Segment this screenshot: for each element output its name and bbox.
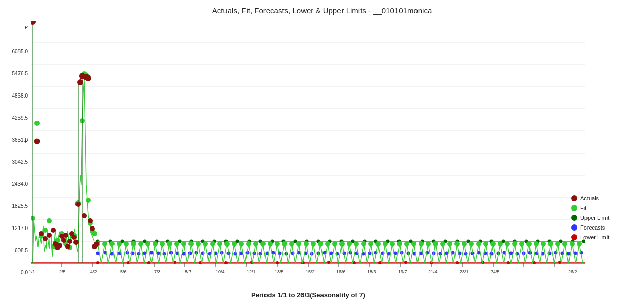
svg-point-42 — [150, 251, 154, 255]
x-label-5: 7/3 — [154, 269, 161, 274]
svg-point-206 — [332, 241, 337, 247]
y-label-2434: 2434.0 — [12, 181, 28, 187]
svg-point-214 — [390, 241, 395, 247]
x-label-15: 23/1 — [460, 269, 469, 274]
x-label-2: 2/5 — [59, 269, 66, 274]
svg-point-172 — [92, 231, 97, 236]
svg-point-205 — [325, 241, 330, 247]
svg-point-190 — [217, 241, 222, 247]
fit-label: Fit — [580, 205, 586, 211]
forecasts-label: Forecasts — [580, 224, 605, 231]
svg-point-232 — [519, 241, 524, 247]
svg-point-178 — [131, 241, 136, 247]
svg-point-248 — [47, 233, 52, 238]
svg-point-236 — [548, 241, 553, 247]
svg-point-175 — [109, 241, 115, 247]
x-label-17: 26/2 — [568, 269, 577, 274]
x-label-7: 10/4 — [216, 269, 225, 274]
svg-point-252 — [57, 243, 62, 248]
svg-point-180 — [145, 241, 150, 247]
svg-point-254 — [61, 238, 66, 243]
svg-point-246 — [39, 231, 44, 236]
y-label-3042: 3042.5 — [12, 159, 28, 165]
svg-point-15 — [96, 261, 99, 264]
svg-point-245 — [34, 139, 40, 144]
svg-point-221 — [440, 241, 445, 247]
x-label-13: 19/7 — [398, 269, 407, 274]
svg-point-209 — [354, 241, 359, 247]
svg-point-226 — [476, 241, 481, 247]
actuals-dot — [571, 195, 577, 201]
svg-point-208 — [347, 241, 352, 247]
svg-point-207 — [339, 241, 345, 247]
svg-point-230 — [505, 241, 510, 247]
x-label-14: 21/4 — [428, 269, 438, 274]
svg-point-157 — [43, 228, 48, 233]
svg-point-233 — [526, 241, 532, 247]
svg-point-260 — [73, 240, 79, 245]
svg-point-216 — [404, 241, 409, 247]
svg-point-181 — [153, 241, 158, 247]
svg-point-218 — [419, 241, 424, 247]
x-axis-labels: 1/1 2/5 4/2 5/6 7/3 8/7 10/4 12/1 13/5 1… — [31, 269, 585, 277]
svg-point-29 — [456, 261, 459, 264]
legend-fit: Fit — [571, 205, 638, 211]
x-label-4: 5/6 — [120, 269, 127, 274]
svg-point-219 — [426, 241, 431, 247]
svg-point-31 — [507, 261, 510, 264]
svg-point-234 — [534, 241, 539, 247]
svg-point-231 — [512, 241, 517, 247]
y-label-4868: 4868.0 — [12, 93, 28, 99]
svg-point-259 — [71, 235, 77, 240]
svg-point-264 — [82, 213, 87, 218]
svg-point-200 — [289, 241, 294, 247]
svg-point-262 — [77, 79, 83, 85]
svg-point-249 — [51, 228, 56, 233]
y-label-6085: 6085.0 — [12, 49, 28, 54]
svg-point-198 — [275, 241, 280, 247]
svg-point-24 — [327, 261, 330, 264]
svg-point-195 — [253, 241, 258, 247]
svg-point-155 — [34, 121, 40, 126]
svg-point-158 — [47, 218, 52, 223]
svg-point-27 — [404, 261, 407, 264]
y-label-5476: 5476.5 — [12, 71, 28, 77]
svg-point-187 — [196, 241, 201, 247]
svg-point-238 — [562, 241, 567, 247]
svg-point-266 — [85, 75, 91, 81]
svg-point-128 — [294, 240, 297, 243]
svg-point-188 — [203, 241, 208, 247]
x-label-6: 8/7 — [185, 269, 192, 274]
svg-point-177 — [124, 241, 129, 247]
svg-point-179 — [138, 241, 143, 247]
svg-point-228 — [490, 241, 496, 247]
svg-point-227 — [483, 241, 488, 247]
svg-point-217 — [411, 241, 416, 247]
legend-lower-limit: Lower Limit — [571, 234, 638, 240]
svg-point-133 — [351, 240, 355, 243]
y-label-0: 0.0 — [21, 270, 28, 275]
x-label-11: 16/6 — [336, 269, 346, 274]
svg-point-189 — [210, 241, 215, 247]
y-label-4259: 4259.5 — [12, 115, 28, 121]
legend-upper-limit: Upper Limit — [571, 215, 638, 221]
svg-point-184 — [174, 241, 179, 247]
svg-point-244 — [31, 21, 36, 25]
svg-point-70 — [330, 252, 333, 255]
x-label-9: 13/5 — [275, 269, 284, 274]
svg-point-261 — [75, 202, 81, 207]
svg-point-229 — [498, 241, 503, 247]
y-label-1217: 1217.0 — [12, 225, 28, 231]
svg-point-213 — [383, 241, 388, 247]
svg-point-247 — [43, 236, 48, 241]
svg-point-182 — [160, 241, 165, 247]
x-axis-title: Periods 1/1 to 26/3(Seasonality of 7) — [31, 291, 585, 299]
svg-point-194 — [246, 241, 251, 247]
y-label-3651: 3651.0 — [12, 137, 28, 143]
svg-point-255 — [63, 233, 68, 238]
y-axis: 6085.0 5476.5 4868.0 4259.5 3651.0 3042.… — [0, 21, 30, 272]
svg-point-202 — [304, 241, 309, 247]
svg-point-235 — [541, 241, 546, 247]
svg-point-257 — [67, 239, 72, 244]
svg-point-215 — [397, 241, 402, 247]
